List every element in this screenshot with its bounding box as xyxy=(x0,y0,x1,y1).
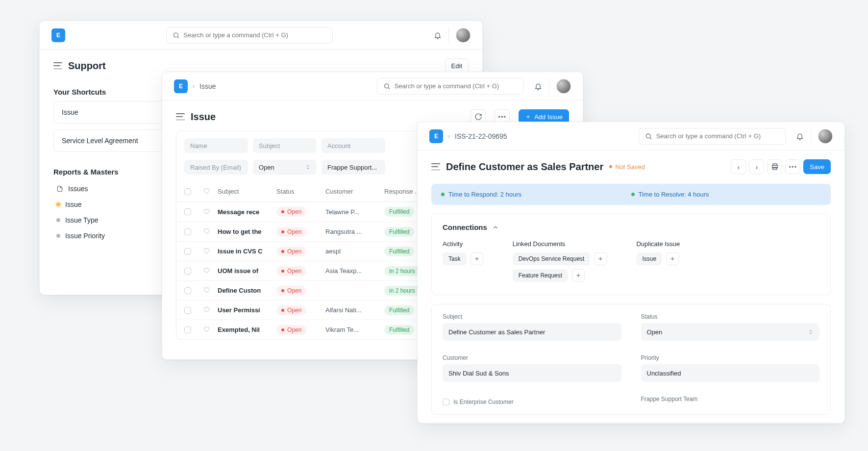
prev-button[interactable]: ‹ xyxy=(731,159,746,174)
svg-line-3 xyxy=(388,87,390,89)
row-checkbox[interactable] xyxy=(184,208,191,215)
select-all-checkbox[interactable] xyxy=(184,188,191,195)
menu-icon[interactable] xyxy=(176,113,185,120)
tag-task[interactable]: Task xyxy=(443,252,467,265)
search-input[interactable] xyxy=(639,128,786,145)
edit-button[interactable]: Edit xyxy=(445,58,469,73)
menu-icon[interactable] xyxy=(431,163,440,170)
row-response: Fulfilled xyxy=(384,305,414,315)
tag-devops[interactable]: DevOps Service Request xyxy=(513,252,591,265)
like-icon[interactable] xyxy=(203,208,210,215)
chevron-right-icon: › xyxy=(448,133,450,140)
row-checkbox[interactable] xyxy=(184,248,191,255)
row-response: Fulfilled xyxy=(384,207,414,217)
is-enterprise-checkbox[interactable]: Is Enterprise Customer xyxy=(443,399,621,405)
breadcrumb-item[interactable]: ISS-21-22-09695 xyxy=(455,132,507,140)
add-linked-button[interactable]: ＋ xyxy=(594,252,607,265)
row-checkbox[interactable] xyxy=(184,287,191,294)
search-icon xyxy=(173,31,180,39)
like-icon[interactable] xyxy=(203,306,210,313)
breadcrumb: › ISS-21-22-09695 xyxy=(448,132,507,140)
app-logo[interactable]: E xyxy=(174,79,188,93)
status-dot-icon xyxy=(441,193,445,196)
breadcrumb: › Issue xyxy=(193,82,216,90)
tag-issue[interactable]: Issue xyxy=(636,252,662,265)
priority-input[interactable]: Unclassified xyxy=(641,364,820,382)
notifications-button[interactable] xyxy=(534,78,549,94)
app-logo[interactable]: E xyxy=(51,28,65,42)
search-input[interactable] xyxy=(166,27,333,44)
report-label: Issue xyxy=(65,200,81,208)
like-icon[interactable] xyxy=(203,286,210,293)
search-field[interactable] xyxy=(395,82,518,90)
field-subject: Subject Define Customer as Sales Partner xyxy=(443,313,621,341)
like-icon[interactable] xyxy=(203,247,210,254)
row-response: Fulfilled xyxy=(384,227,414,237)
filter-raised-by[interactable]: Raised By (Email) xyxy=(184,160,248,175)
col-status[interactable]: Status xyxy=(276,188,325,195)
filter-name[interactable]: Name xyxy=(184,138,248,153)
search-field[interactable] xyxy=(656,132,779,140)
row-status: Open xyxy=(276,207,306,217)
notifications-button[interactable] xyxy=(433,27,449,43)
bell-icon xyxy=(434,31,442,39)
connections-header[interactable]: Connections xyxy=(443,223,819,231)
filter-subject[interactable]: Subject xyxy=(253,138,317,153)
status-select[interactable]: Open xyxy=(641,323,820,341)
customer-input[interactable]: Shiv Dial Sud & Sons xyxy=(443,364,621,382)
reports-group-label: Issues xyxy=(68,185,88,193)
col-customer[interactable]: Customer xyxy=(325,188,384,195)
avatar[interactable] xyxy=(818,129,833,144)
save-button[interactable]: Save xyxy=(803,159,831,174)
form-section: Subject Define Customer as Sales Partner… xyxy=(431,304,831,415)
app-logo[interactable]: E xyxy=(429,129,443,143)
filter-status[interactable]: Open xyxy=(253,160,317,175)
dots-icon: ••• xyxy=(789,163,797,171)
breadcrumb-item[interactable]: Issue xyxy=(199,82,216,90)
topbar: E xyxy=(40,21,482,50)
duplicate-column: Duplicate Issue Issue ＋ xyxy=(636,240,680,286)
menu-icon[interactable] xyxy=(53,62,62,69)
more-button[interactable]: ••• xyxy=(785,159,800,174)
connections-columns: Activity Task ＋ Linked Documents DevOps … xyxy=(443,240,819,286)
avatar[interactable] xyxy=(556,79,571,94)
like-icon[interactable] xyxy=(203,326,210,332)
print-button[interactable] xyxy=(767,159,782,174)
field-customer: Customer Shiv Dial Sud & Sons xyxy=(443,354,621,382)
add-duplicate-button[interactable]: ＋ xyxy=(666,252,679,265)
row-checkbox[interactable] xyxy=(184,326,191,333)
dot-icon xyxy=(56,202,60,206)
row-status: Open xyxy=(276,227,306,237)
svg-rect-7 xyxy=(773,167,777,170)
time-to-respond: Time to Respond: 2 hours xyxy=(441,191,631,198)
tag-feature-request[interactable]: Feature Request xyxy=(513,269,568,282)
page-title: Issue xyxy=(191,111,216,123)
svg-point-2 xyxy=(384,84,389,88)
filter-account[interactable]: Account xyxy=(322,138,385,153)
row-checkbox[interactable] xyxy=(184,307,191,314)
duplicate-heading: Duplicate Issue xyxy=(636,240,680,248)
field-team: Frappe Support Team xyxy=(641,396,820,405)
like-icon[interactable] xyxy=(203,227,210,234)
search-field[interactable] xyxy=(183,31,326,39)
row-subject: Define Custon xyxy=(218,287,276,294)
like-icon[interactable] xyxy=(203,267,210,274)
row-customer: Asia Teaxp... xyxy=(325,267,384,275)
row-customer: Vikram Te... xyxy=(325,326,384,333)
select-icon xyxy=(808,329,814,335)
field-status: Status Open xyxy=(641,313,820,341)
row-checkbox[interactable] xyxy=(184,268,191,275)
subject-input[interactable]: Define Customer as Sales Partner xyxy=(443,323,621,341)
row-checkbox[interactable] xyxy=(184,228,191,235)
add-activity-button[interactable]: ＋ xyxy=(471,252,483,265)
filter-team[interactable]: Frappe Support... xyxy=(322,160,385,175)
next-button[interactable]: › xyxy=(749,159,764,174)
printer-icon xyxy=(771,163,779,171)
notifications-button[interactable] xyxy=(795,128,811,144)
col-subject[interactable]: Subject xyxy=(218,188,276,195)
svg-line-5 xyxy=(650,137,651,139)
add-linked-button-2[interactable]: ＋ xyxy=(572,269,585,282)
search-input[interactable] xyxy=(377,78,524,95)
chevron-right-icon: › xyxy=(193,83,195,90)
avatar[interactable] xyxy=(456,28,471,43)
